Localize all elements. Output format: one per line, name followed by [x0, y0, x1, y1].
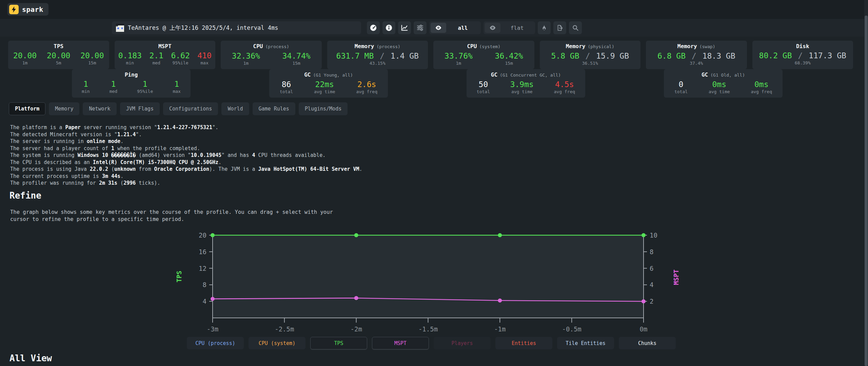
svg-text:8: 8 — [650, 248, 653, 256]
stat-value-label: avg time — [709, 89, 730, 94]
graph-button[interactable] — [398, 21, 411, 34]
svg-text:TPS: TPS — [175, 271, 183, 282]
series-tps-point — [642, 233, 646, 237]
plain-text: CPU threads available. — [255, 152, 326, 158]
refine-chart[interactable]: 48121620246810-3m-2.5m-2m-1.5m-1m-0.5m0m… — [165, 226, 697, 338]
stat-title-note: (process) — [376, 44, 400, 49]
stat-memory-process: Memory(process)631.7 MB / 1.4 GB43.15% — [327, 41, 428, 69]
eye-icon — [485, 23, 500, 33]
info-button[interactable] — [382, 21, 395, 34]
stat-title-text: Memory — [677, 43, 697, 49]
svg-text:-2m: -2m — [351, 325, 362, 333]
svg-text:-1.5m: -1.5m — [418, 325, 438, 333]
stat-values: 86total22msavg time2.6savg freq — [269, 80, 388, 94]
sliders-icon — [416, 24, 424, 32]
plot-area[interactable] — [213, 235, 644, 318]
platform-info-line: The process is using Java 22.0.2 (unknow… — [10, 166, 362, 173]
tab-game-rules[interactable]: Game Rules — [253, 102, 295, 115]
scrollbar-thumb[interactable] — [865, 16, 868, 366]
svg-text:10: 10 — [650, 231, 657, 239]
stat-value: 6.62 — [171, 51, 190, 60]
refine-heading: Refine — [9, 190, 41, 201]
stat-gc-g1-young-all: GC(G1 Young, all)86total22msavg time2.6s… — [269, 69, 388, 98]
plain-text: " and has — [221, 152, 252, 158]
plain-text: The profiler was running for — [10, 180, 99, 186]
legend-chunks[interactable]: Chunks — [619, 337, 676, 349]
profile-title: TeAntares @ 上午12:16 2025/5/4, interval 4… — [128, 24, 278, 32]
export-button[interactable] — [553, 21, 566, 34]
tab-jvm-flags[interactable]: JVM Flags — [120, 102, 160, 115]
legend-players[interactable]: Players — [434, 337, 491, 349]
legend-tile-entities[interactable]: Tile Entities — [557, 337, 614, 349]
tab-world[interactable]: World — [221, 102, 249, 115]
stat-value-label: 15m — [282, 61, 311, 66]
view-all-toggle[interactable]: all — [429, 21, 481, 34]
emphasized-text: 4 — [252, 152, 255, 158]
tab-platform[interactable]: Platform — [9, 102, 45, 115]
stat-value-label: 95%ile — [137, 89, 153, 94]
svg-text:6: 6 — [650, 265, 653, 272]
stat-value-label: max — [197, 60, 212, 65]
stat-title: Ping — [72, 72, 191, 78]
stat-value-cell: 4.5savg freq — [554, 80, 575, 94]
stat-tps: TPS20.001m20.005m20.0015m — [8, 41, 109, 69]
svg-text:4: 4 — [203, 298, 206, 305]
search-button[interactable] — [569, 21, 582, 34]
stat-title: CPU(system) — [433, 43, 534, 50]
stat-value-cell: 1med — [110, 80, 117, 94]
stat-fraction-used: 6.8 GB — [657, 52, 686, 60]
plain-text: ". — [212, 124, 218, 130]
legend-cpu-process[interactable]: CPU (process) — [187, 337, 244, 349]
stat-title: GC(G1 Old, all) — [664, 72, 783, 78]
svg-text:20: 20 — [199, 231, 206, 239]
legend-entities[interactable]: Entities — [495, 337, 552, 349]
profile-title-box: TeAntares @ 上午12:16 2025/5/4, interval 4… — [112, 21, 361, 34]
plain-text: The current process uptime is — [10, 173, 102, 179]
legend-tps[interactable]: TPS — [310, 337, 367, 349]
stat-value-label: min — [118, 60, 142, 65]
gauge-icon — [370, 24, 377, 32]
flame-button[interactable] — [538, 21, 551, 34]
series-tps-point — [498, 233, 502, 237]
stat-gc-g1-concurrent-gc-all: GC(G1 Concurrent GC, all)50total3.9msavg… — [467, 69, 585, 98]
tab-configurations[interactable]: Configurations — [163, 102, 218, 115]
stat-value: 22ms — [314, 80, 335, 89]
stat-cpu-process: CPU(process)32.36%1m34.74%15m — [221, 41, 322, 69]
stat-title: CPU(process) — [221, 43, 322, 50]
platform-info-line: The CPU is described as an Intel(R) Core… — [10, 159, 362, 166]
legend-cpu-system[interactable]: CPU (system) — [249, 337, 305, 349]
stat-value-label: total — [280, 89, 293, 94]
stat-value: 410 — [197, 51, 212, 60]
stat-title-note: (G1 Young, all) — [313, 73, 353, 78]
stat-value-cell: 195%ile — [137, 80, 153, 94]
stat-value: 20.00 — [80, 51, 104, 60]
stat-values: 32.36%1m34.74%15m — [221, 52, 322, 66]
stat-values: 20.001m20.005m20.0015m — [8, 51, 109, 65]
tab-memory[interactable]: Memory — [49, 102, 79, 115]
tab-network[interactable]: Network — [83, 102, 116, 115]
stat-title-note: (physical) — [588, 44, 614, 49]
view-flat-toggle[interactable]: flat — [484, 21, 535, 34]
series-mspt-point — [498, 299, 502, 303]
stat-values: 50total3.9msavg time4.5savg freq — [467, 80, 585, 94]
stat-fraction-separator: / — [375, 52, 389, 60]
stat-fraction-separator: / — [687, 52, 701, 60]
spark-logo[interactable]: spark — [7, 3, 48, 16]
gauge-button[interactable] — [367, 21, 380, 34]
stat-fraction-percent: 37.4% — [646, 61, 747, 66]
plain-text: ( — [117, 180, 123, 186]
chart-line-icon — [401, 24, 408, 32]
settings-button[interactable] — [414, 21, 427, 34]
stat-fraction-percent: 36.51% — [540, 61, 641, 66]
stat-value: 0ms — [751, 80, 772, 89]
series-tps-point — [354, 233, 358, 237]
tab-plugins-mods[interactable]: Plugins/Mods — [299, 102, 348, 115]
stat-value-label: avg time — [510, 89, 534, 94]
stat-value-cell: 33.76%1m — [445, 52, 473, 66]
stat-value-label: avg freq — [554, 89, 575, 94]
legend-mspt[interactable]: MSPT — [372, 337, 429, 349]
plain-text: (amd64) version " — [136, 152, 191, 158]
stat-value-cell: 36.42%15m — [495, 52, 523, 66]
stat-value-label: avg time — [314, 89, 335, 94]
stat-value-cell: 32.36%1m — [232, 52, 260, 66]
